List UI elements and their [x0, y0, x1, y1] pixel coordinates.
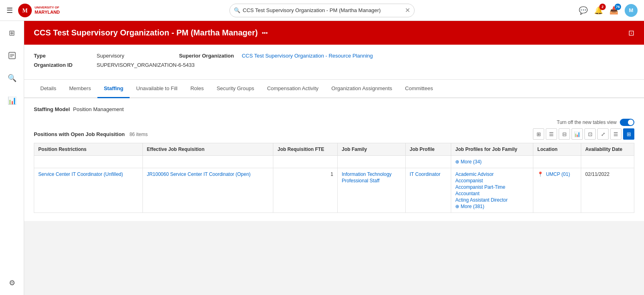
type-label: Type	[34, 53, 90, 59]
logo: M UNIVERSITY OF MARYLAND	[18, 3, 60, 18]
clear-search-button[interactable]: ✕	[405, 6, 410, 14]
superior-org-link[interactable]: CCS Test Supervisory Organization - Reso…	[242, 53, 373, 59]
global-search-bar[interactable]: 🔍 ✕	[229, 4, 415, 17]
filter-job-family	[338, 156, 406, 168]
tab-compensation-activity[interactable]: Compensation Activity	[260, 80, 325, 98]
info-section: Type Supervisory Superior Organization C…	[24, 45, 644, 80]
tab-roles[interactable]: Roles	[184, 80, 210, 98]
top-navigation: ☰ M UNIVERSITY OF MARYLAND 🔍 ✕ 💬 🔔 2 📥 7…	[0, 0, 644, 21]
type-row: Type Supervisory Superior Organization C…	[34, 53, 634, 59]
column-view-button[interactable]: ☰	[546, 128, 557, 140]
svg-text:M: M	[22, 8, 27, 14]
col-fte: Job Requisition FTE	[273, 143, 338, 156]
chat-button[interactable]: 💬	[579, 6, 588, 15]
col-position-restrictions: Position Restrictions	[34, 143, 143, 156]
sidebar-item-reports[interactable]	[5, 48, 19, 63]
table-title: Positions with Open Job Requisition	[34, 131, 125, 137]
new-tables-toggle[interactable]	[620, 119, 634, 126]
tab-members[interactable]: Members	[63, 80, 97, 98]
job-family-link-prof[interactable]: Professional Staff	[342, 178, 401, 184]
avatar[interactable]: M	[625, 4, 638, 17]
cell-job-profiles-family: Academic Advisor Accompanist Accompanist…	[451, 168, 533, 213]
sidebar-item-charts[interactable]: 📊	[5, 93, 19, 108]
col-job-profiles-family: Job Profiles for Job Family	[451, 143, 533, 156]
col-job-family: Job Family	[338, 143, 406, 156]
profile-acting-asst-dir[interactable]: Acting Assistant Director	[455, 197, 529, 203]
profile-accountant[interactable]: Accountant	[455, 191, 529, 196]
profile-accompanist[interactable]: Accompanist	[455, 178, 529, 184]
main-layout: ⊞ 🔍 📊 ⚙ CCS Test Supervisory Organizatio…	[0, 21, 644, 295]
profile-accompanist-pt[interactable]: Accompanist Part-Time	[455, 184, 529, 190]
logo-line1: UNIVERSITY OF	[35, 6, 60, 10]
location-icon: 📍	[537, 171, 543, 177]
tab-unavailable[interactable]: Unavailable to Fill	[130, 80, 184, 98]
filter-job-profiles-family[interactable]: ⊕ More (34)	[451, 156, 533, 168]
org-id-label: Organization ID	[34, 62, 90, 68]
tab-staffing[interactable]: Staffing	[97, 80, 130, 98]
org-id-value: SUPERVISORY_ORGANIZATION-6-5433	[97, 62, 194, 68]
grid-view-button[interactable]: ⊞	[623, 128, 634, 140]
staffing-model-label: Staffing Model	[34, 106, 70, 112]
staffing-model-value: Position Management	[73, 106, 124, 112]
search-input[interactable]	[243, 7, 405, 13]
tab-committees[interactable]: Committees	[398, 80, 439, 98]
job-family-link-it[interactable]: Information Technology	[342, 171, 401, 177]
inbox-button[interactable]: 📥 76	[609, 6, 618, 15]
cell-position-restrictions: Service Center IT Coordinator (Unfilled)	[34, 168, 143, 213]
superior-org-label: Superior Organization	[179, 53, 235, 59]
tab-details[interactable]: Details	[34, 80, 63, 98]
col-availability-date: Availability Date	[581, 143, 634, 156]
page-header-title-group: CCS Test Supervisory Organization - PM (…	[34, 28, 268, 37]
bar-chart-button[interactable]: 📊	[572, 128, 583, 140]
notification-badge: 2	[599, 4, 606, 10]
col-job-profile: Job Profile	[405, 143, 451, 156]
sidebar-item-grid[interactable]: ⊞	[5, 26, 19, 40]
cell-job-profile: IT Coordinator	[405, 168, 451, 213]
main-content: CCS Test Supervisory Organization - PM (…	[24, 21, 644, 295]
sidebar-item-search[interactable]: 🔍	[5, 71, 19, 85]
cell-location: 📍 UMCP (01)	[533, 168, 581, 213]
filter-button[interactable]: ⊟	[559, 128, 570, 140]
inbox-badge: 76	[615, 4, 621, 10]
location-link[interactable]: UMCP (01)	[546, 171, 570, 177]
search-icon: 🔍	[234, 7, 240, 13]
list-view-button[interactable]: ☰	[610, 128, 621, 140]
profiles-more-link[interactable]: ⊕ More (381)	[455, 204, 484, 209]
filter-availability	[581, 156, 634, 168]
col-effective-job-req: Effective Job Requisition	[142, 143, 273, 156]
nav-icon-group: 💬 🔔 2 📥 76 M	[579, 4, 638, 17]
logo-line2: MARYLAND	[35, 10, 60, 14]
sidebar-item-settings[interactable]: ⚙	[5, 276, 19, 290]
hamburger-menu[interactable]: ☰	[6, 6, 13, 15]
table-header: Position Restrictions Effective Job Requ…	[34, 143, 634, 156]
table-row: Service Center IT Coordinator (Unfilled)…	[34, 168, 634, 213]
expand-button[interactable]: ⊡	[584, 128, 596, 140]
export-excel-button[interactable]: ⊞	[533, 128, 544, 140]
job-profile-link[interactable]: IT Coordinator	[410, 171, 447, 177]
table-toolbar: ⊞ ☰ ⊟ 📊 ⊡ ⤢ ☰ ⊞	[533, 128, 634, 140]
left-sidebar: ⊞ 🔍 📊 ⚙	[0, 21, 24, 295]
fullscreen-button[interactable]: ⤢	[597, 128, 609, 140]
staffing-model-row: Staffing Model Position Management	[34, 106, 634, 112]
tab-org-assignments[interactable]: Organization Assignments	[325, 80, 398, 98]
org-id-row: Organization ID SUPERVISORY_ORGANIZATION…	[34, 62, 634, 68]
table-title-group: Positions with Open Job Requisition 86 i…	[34, 131, 148, 137]
job-req-link[interactable]: JR100060 Service Center IT Coordinator (…	[147, 171, 269, 177]
page-header: CCS Test Supervisory Organization - PM (…	[24, 21, 644, 45]
position-restrictions-link[interactable]: Service Center IT Coordinator (Unfilled)	[38, 171, 138, 177]
table-controls-top: Turn off the new tables view	[34, 119, 634, 126]
notifications-button[interactable]: 🔔 2	[594, 6, 603, 15]
tabs-container: Details Members Staffing Unavailable to …	[24, 80, 644, 98]
cell-availability-date: 02/11/2022	[581, 168, 634, 213]
table-count: 86 items	[130, 132, 148, 137]
table-header-row: Positions with Open Job Requisition 86 i…	[34, 128, 634, 140]
filter-job-profile	[405, 156, 451, 168]
page-title: CCS Test Supervisory Organization - PM (…	[34, 28, 258, 37]
cell-job-req: JR100060 Service Center IT Coordinator (…	[142, 168, 273, 213]
profile-academic-advisor[interactable]: Academic Advisor	[455, 171, 529, 177]
header-more-options[interactable]: •••	[262, 30, 268, 36]
tab-security-groups[interactable]: Security Groups	[210, 80, 260, 98]
filter-fte	[273, 156, 338, 168]
table-filter-row: ⊕ More (34)	[34, 156, 634, 168]
pdf-button[interactable]: ⊡	[628, 29, 634, 37]
